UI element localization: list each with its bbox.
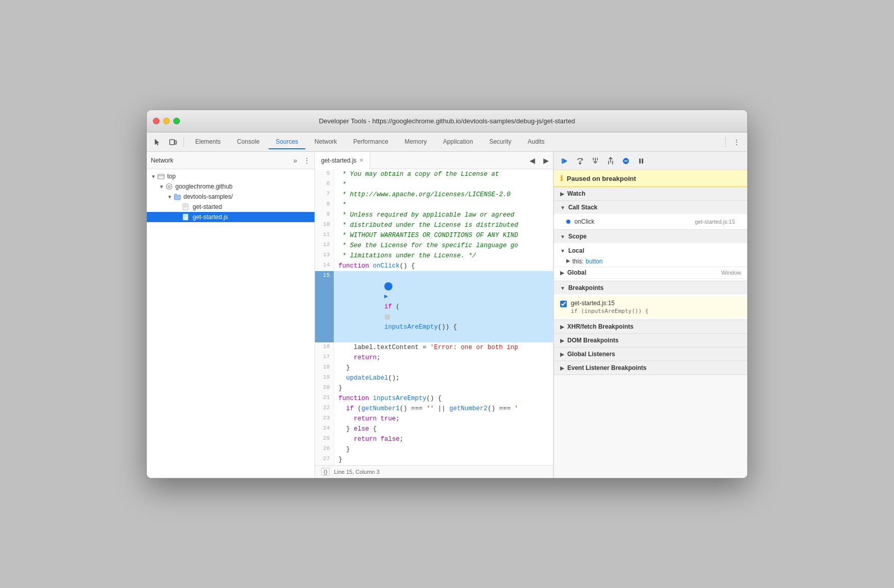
breakpoints-section: ▼ Breakpoints get-started.js:15 if (inpu…	[554, 281, 747, 320]
code-editor-panel: get-started.js ✕ ◀ ▶ 5 * You may obtain …	[315, 152, 554, 478]
code-line-18: 18 }	[315, 363, 553, 373]
code-line-23: 23 return true;	[315, 414, 553, 424]
tree-item-top[interactable]: ▼ top	[147, 171, 314, 181]
call-stack-content: onClick get-started.js:15	[554, 214, 747, 229]
tab-network[interactable]: Network	[307, 135, 344, 149]
call-stack-loc: get-started.js:15	[695, 219, 735, 225]
xhr-arrow: ▶	[560, 324, 564, 330]
scope-label: Scope	[568, 233, 587, 240]
main-toolbar: Elements Console Sources Network Perform…	[147, 132, 747, 152]
code-line-26: 26 }	[315, 444, 553, 455]
call-stack-item[interactable]: onClick get-started.js:15	[554, 216, 747, 227]
dom-label: DOM Breakpoints	[567, 337, 619, 344]
xhr-header[interactable]: ▶ XHR/fetch Breakpoints	[554, 320, 747, 333]
scope-local-label: Local	[568, 247, 584, 254]
scope-content: ▼ Local ▶ this: button ▶	[554, 243, 747, 281]
resume-button[interactable]	[558, 154, 571, 168]
minimize-button[interactable]	[163, 118, 170, 124]
scope-local-header[interactable]: ▼ Local	[554, 245, 747, 256]
cursor-position: Line 15, Column 3	[334, 469, 379, 475]
breakpoint-code: if (inputsAreEmpty()) {	[571, 308, 741, 314]
scope-global-label: Global	[567, 269, 586, 276]
svg-rect-2	[158, 174, 164, 179]
tab-performance[interactable]: Performance	[346, 135, 396, 149]
file-tree-more[interactable]: »	[293, 156, 297, 165]
tab-application[interactable]: Application	[436, 135, 480, 149]
file-tree-content: ▼ top ▼	[147, 169, 314, 478]
device-icon[interactable]	[166, 136, 179, 149]
code-line-22: 22 if (getNumber1() === '' || getNumber2…	[315, 404, 553, 414]
xhr-breakpoints-section: ▶ XHR/fetch Breakpoints	[554, 320, 747, 334]
dom-header[interactable]: ▶ DOM Breakpoints	[554, 334, 747, 347]
call-stack-label: Call Stack	[568, 204, 597, 211]
event-listener-header[interactable]: ▶ Event Listener Breakpoints	[554, 361, 747, 375]
tree-item-get-started-js[interactable]: get-started.js	[147, 212, 314, 222]
close-button[interactable]	[153, 118, 160, 124]
code-line-17: 17 return;	[315, 353, 553, 363]
maximize-button[interactable]	[173, 118, 180, 124]
file-tree-header: Network » ⋮	[147, 152, 314, 169]
breakpoints-header[interactable]: ▼ Breakpoints	[554, 281, 747, 295]
file-tree-panel: Network » ⋮ ▼ top	[147, 152, 315, 478]
breakpoint-checkbox[interactable]	[560, 301, 567, 307]
deactivate-breakpoints-button[interactable]	[619, 154, 633, 168]
breakpoint-info: get-started.js:15 if (inputsAreEmpty()) …	[571, 300, 741, 314]
code-line-15: 15 ▶ if ( inputsAreEmpty()) {	[315, 271, 553, 342]
tab-sources[interactable]: Sources	[269, 135, 305, 149]
global-listeners-arrow: ▶	[560, 352, 564, 357]
svg-rect-7	[562, 158, 563, 164]
file-tree-options[interactable]: ⋮	[303, 156, 310, 165]
tab-elements[interactable]: Elements	[188, 135, 228, 149]
tree-item-get-started[interactable]: get-started	[147, 202, 314, 212]
code-content[interactable]: 5 * You may obtain a copy of the License…	[315, 169, 553, 465]
svg-rect-1	[175, 141, 176, 144]
tab-security[interactable]: Security	[482, 135, 518, 149]
editor-nav-prev[interactable]: ◀	[525, 156, 539, 165]
toolbar-divider-2	[725, 137, 726, 147]
paused-banner: ℹ Paused on breakpoint	[554, 170, 747, 187]
tab-audits[interactable]: Audits	[520, 135, 551, 149]
editor-nav-next[interactable]: ▶	[539, 156, 553, 165]
tab-console[interactable]: Console	[230, 135, 267, 149]
editor-tab-bar: get-started.js ✕ ◀ ▶	[315, 152, 553, 169]
editor-tab-get-started-js[interactable]: get-started.js ✕	[315, 152, 370, 169]
code-line-21: 21 function inputsAreEmpty() {	[315, 393, 553, 404]
toolbar-divider	[183, 137, 184, 147]
more-options-icon[interactable]: ⋮	[730, 136, 743, 149]
code-line-8: 8 *	[315, 200, 553, 210]
code-line-10: 10 * distributed under the License is di…	[315, 220, 553, 230]
pause-on-exception-button[interactable]	[635, 154, 648, 168]
scope-global-value: Window	[721, 270, 741, 276]
scope-this-item[interactable]: ▶ this: button	[554, 256, 747, 266]
debugger-panel: ℹ Paused on breakpoint ▶ Watch ▼ Call St…	[554, 152, 747, 478]
call-stack-dot	[566, 220, 570, 224]
step-over-button[interactable]	[573, 154, 587, 168]
editor-tab-close[interactable]: ✕	[359, 157, 363, 163]
file-tree-label: Network	[151, 157, 173, 164]
step-into-button[interactable]	[589, 154, 602, 168]
global-listeners-header[interactable]: ▶ Global Listeners	[554, 348, 747, 361]
tab-memory[interactable]: Memory	[398, 135, 434, 149]
watch-section: ▶ Watch	[554, 187, 747, 201]
svg-rect-6	[183, 214, 188, 220]
paused-text: Paused on breakpoint	[567, 175, 636, 182]
call-stack-header[interactable]: ▼ Call Stack	[554, 201, 747, 214]
breakpoint-item: get-started.js:15 if (inputsAreEmpty()) …	[554, 297, 747, 317]
code-line-25: 25 return false;	[315, 434, 553, 444]
code-line-20: 20 }	[315, 383, 553, 393]
tree-item-googlechrome[interactable]: ▼ googlechrome.github	[147, 181, 314, 192]
editor-footer: {} Line 15, Column 3	[315, 465, 553, 478]
code-line-12: 12 * See the License for the specific la…	[315, 240, 553, 251]
code-line-14: 14 function onClick() {	[315, 261, 553, 271]
cursor-icon[interactable]	[151, 136, 164, 149]
watch-header[interactable]: ▶ Watch	[554, 187, 747, 200]
format-button[interactable]: {}	[321, 468, 330, 476]
step-out-button[interactable]	[604, 154, 617, 168]
tree-item-devtools-samples[interactable]: ▼ devtools-samples/	[147, 192, 314, 202]
scope-global-header[interactable]: ▶ Global Window	[554, 267, 747, 278]
scope-header[interactable]: ▼ Scope	[554, 230, 747, 243]
breakpoints-arrow: ▼	[560, 285, 565, 291]
code-line-13: 13 * limitations under the License. */	[315, 251, 553, 261]
call-stack-fn: onClick	[574, 218, 695, 225]
global-listeners-label: Global Listeners	[567, 351, 615, 358]
